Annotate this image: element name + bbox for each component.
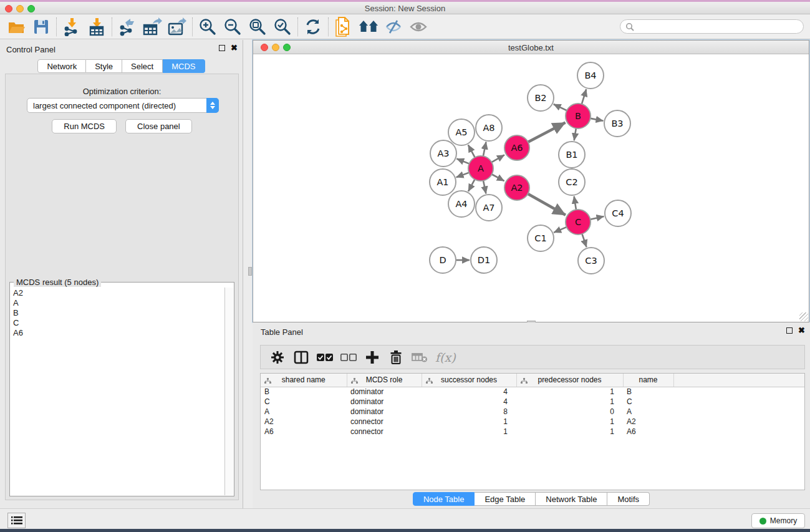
- table-row[interactable]: Cdominator41C: [261, 397, 804, 407]
- graph-edge-C-C1[interactable]: [554, 227, 567, 233]
- close-panel-icon[interactable]: ✖: [231, 45, 238, 51]
- graph-edge-A-A4[interactable]: [468, 179, 475, 191]
- graph-edge-A-A6[interactable]: [491, 155, 505, 162]
- table-row[interactable]: Adominator80A: [261, 407, 804, 417]
- save-icon[interactable]: [29, 16, 54, 38]
- graph-node-label-D1: D1: [478, 255, 490, 265]
- graph-node-label-A6: A6: [511, 143, 523, 153]
- column-header-filler: [673, 374, 804, 387]
- refresh-layout-icon[interactable]: [301, 16, 325, 38]
- column-header-shared-name[interactable]: shared name: [261, 374, 347, 387]
- graph-node-label-C3: C3: [585, 256, 597, 266]
- table-row[interactable]: Bdominator41B: [261, 387, 804, 397]
- graph-edge-A-A1[interactable]: [456, 172, 470, 177]
- graph-node-label-B: B: [575, 111, 581, 121]
- open-file-icon[interactable]: [4, 16, 29, 38]
- run-mcds-button[interactable]: Run MCDS: [52, 119, 117, 133]
- network-window-titlebar[interactable]: testGlobe.txt: [253, 41, 809, 54]
- search-field[interactable]: [620, 19, 804, 34]
- graph-edge-C-C2[interactable]: [574, 196, 577, 211]
- function-builder-icon: f(x): [435, 351, 456, 364]
- status-bar: Memory: [0, 508, 810, 529]
- graph-node-label-A7: A7: [483, 203, 494, 213]
- tab-edge-table[interactable]: Edge Table: [475, 492, 536, 506]
- table-row[interactable]: A2connector11A2: [261, 417, 804, 427]
- graph-edge-C-C3[interactable]: [582, 233, 587, 247]
- network-view-window: testGlobe.txt B4B2BB3A8A5A6A3B1AA1C2A2A4…: [253, 40, 809, 322]
- table-header-row[interactable]: shared name MCDS role successor nodes pr…: [261, 374, 804, 387]
- tab-network-table[interactable]: Network Table: [536, 492, 607, 506]
- result-item[interactable]: A6: [11, 327, 224, 337]
- graph-node-label-B1: B1: [566, 150, 577, 160]
- graph-edge-B-B3[interactable]: [590, 118, 604, 121]
- export-image-icon[interactable]: [165, 16, 190, 38]
- result-item[interactable]: C: [11, 317, 224, 327]
- table-panel-tabs: Node Table Edge Table Network Table Moti…: [253, 492, 810, 506]
- graph-edge-B-B2[interactable]: [554, 104, 567, 111]
- optimization-criterion-select[interactable]: largest connected component (directed): [27, 98, 219, 113]
- graph-edge-A2-C[interactable]: [528, 193, 566, 215]
- tab-select[interactable]: Select: [122, 59, 163, 73]
- close-panel-button[interactable]: Close panel: [125, 119, 192, 133]
- column-visibility-icon[interactable]: [289, 347, 313, 368]
- memory-status-icon: [759, 518, 766, 525]
- table-panel: Table Panel ✖: [253, 322, 810, 508]
- graph-edge-A-A7[interactable]: [483, 180, 486, 194]
- optimization-criterion-value: largest connected component (directed): [27, 101, 206, 110]
- graph-edge-A-A2[interactable]: [491, 174, 504, 181]
- add-column-icon[interactable]: [360, 347, 384, 368]
- export-network-icon[interactable]: [115, 16, 140, 38]
- graph-node-label-A5: A5: [455, 127, 467, 137]
- deselect-all-checkboxes-icon[interactable]: [337, 347, 360, 368]
- zoom-out-icon[interactable]: [220, 16, 245, 38]
- tab-mcds[interactable]: MCDS: [163, 59, 205, 73]
- window-resize-grip[interactable]: [799, 312, 808, 321]
- tab-motifs[interactable]: Motifs: [607, 492, 650, 506]
- result-item[interactable]: A2: [11, 288, 224, 297]
- float-panel-icon[interactable]: [219, 45, 225, 51]
- graph-edge-A-A5[interactable]: [468, 145, 475, 158]
- control-panel: Control Panel ✖ Network Style Select MCD…: [0, 40, 243, 508]
- network-canvas[interactable]: B4B2BB3A8A5A6A3B1AA1C2A2A4A7C4CC1C3DD1: [253, 54, 809, 322]
- column-header-predecessor-nodes[interactable]: predecessor nodes: [516, 374, 623, 387]
- graph-edge-C-C4[interactable]: [590, 216, 604, 220]
- task-history-button[interactable]: [7, 513, 26, 528]
- import-network-icon[interactable]: [59, 16, 84, 38]
- result-item[interactable]: B: [11, 307, 224, 317]
- column-header-successor-nodes[interactable]: successor nodes: [422, 374, 516, 387]
- hide-graphics-details-icon[interactable]: [381, 16, 406, 38]
- mcds-result-list: A2ABCA6: [11, 288, 224, 495]
- graph-node-label-B4: B4: [584, 70, 596, 80]
- settings-gear-icon[interactable]: [266, 347, 289, 368]
- close-table-panel-icon[interactable]: ✖: [798, 327, 805, 334]
- graph-edge-A-A8[interactable]: [483, 142, 486, 157]
- show-graphics-details-icon[interactable]: [406, 16, 431, 38]
- column-header-name[interactable]: name: [623, 374, 673, 387]
- result-item[interactable]: A: [11, 297, 224, 307]
- zoom-fit-icon[interactable]: [245, 16, 270, 38]
- graph-edge-A6-B[interactable]: [528, 123, 566, 143]
- import-table-icon[interactable]: [84, 16, 109, 38]
- main-titlebar[interactable]: Session: New Session: [0, 2, 810, 14]
- canvas-vertical-scroll-indicator[interactable]: [248, 267, 252, 276]
- graph-edge-A-A3[interactable]: [456, 159, 470, 164]
- new-network-from-file-icon[interactable]: [331, 16, 356, 38]
- graph-edge-B-B1[interactable]: [574, 128, 576, 141]
- table-row[interactable]: A6connector11A6: [261, 427, 804, 437]
- mcds-result-scrollbar[interactable]: [224, 288, 233, 495]
- export-table-icon[interactable]: [140, 16, 165, 38]
- column-header-mcds-role[interactable]: MCDS role: [347, 374, 422, 387]
- tab-network[interactable]: Network: [37, 59, 86, 73]
- memory-button[interactable]: Memory: [751, 513, 805, 528]
- search-input[interactable]: [634, 21, 803, 32]
- float-table-panel-icon[interactable]: [786, 327, 793, 334]
- tab-node-table[interactable]: Node Table: [413, 492, 475, 506]
- graph-edge-B-B4[interactable]: [582, 89, 587, 105]
- zoom-in-icon[interactable]: [195, 16, 220, 38]
- delete-column-icon[interactable]: [384, 347, 408, 368]
- graph-node-label-B2: B2: [534, 93, 546, 103]
- network-overview-icon[interactable]: [356, 16, 381, 38]
- select-all-checkboxes-icon[interactable]: [313, 347, 337, 368]
- tab-style[interactable]: Style: [86, 59, 122, 73]
- zoom-selected-icon[interactable]: [270, 16, 295, 38]
